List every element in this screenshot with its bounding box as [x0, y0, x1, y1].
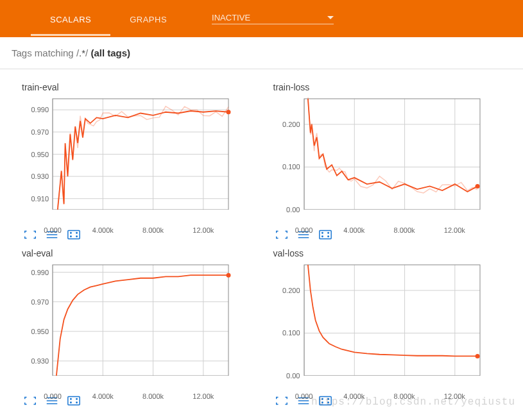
svg-point-45 — [227, 273, 231, 278]
svg-point-18 — [76, 236, 77, 237]
svg-point-50 — [71, 399, 71, 399]
panel-train_eval: train-eval0.9100.9300.9500.9700.9900.000… — [19, 78, 253, 240]
svg-point-51 — [76, 399, 77, 399]
ytick: 0.200 — [271, 287, 300, 294]
xtick: 12.00k — [193, 392, 214, 400]
ytick: 0.990 — [19, 269, 49, 276]
svg-rect-14 — [68, 231, 80, 239]
chart-train_eval[interactable]: 0.9100.9300.9500.9700.9900.0004.000k8.00… — [19, 97, 231, 223]
svg-point-67 — [322, 399, 322, 399]
filter-note: (all tags) — [90, 47, 130, 58]
filter-prefix: Tags matching / — [12, 47, 79, 58]
ytick: 0.970 — [19, 298, 49, 306]
ytick: 0.930 — [19, 172, 49, 180]
svg-point-34 — [322, 236, 322, 237]
tag-filter[interactable]: Tags matching /.*/ (all tags) — [0, 37, 523, 69]
app-header: SCALARS GRAPHS INACTIVE — [0, 0, 523, 37]
xtick: 0.000 — [295, 226, 313, 234]
ytick: 0.910 — [19, 195, 49, 203]
chevron-down-icon — [327, 16, 334, 20]
xtick: 0.000 — [44, 392, 62, 400]
panel-val_eval: val-eval0.9300.9500.9700.9900.0004.000k8… — [19, 244, 253, 407]
svg-rect-61 — [304, 265, 480, 376]
xtick: 8.000k — [142, 392, 164, 400]
fit-domain-icon[interactable] — [318, 229, 332, 240]
xtick: 8.000k — [394, 392, 415, 400]
tab-graphs[interactable]: GRAPHS — [110, 2, 186, 36]
chart-title[interactable]: val-eval — [22, 248, 253, 258]
xtick: 4.000k — [92, 392, 114, 400]
svg-point-70 — [327, 402, 328, 403]
xtick: 4.000k — [343, 226, 364, 234]
svg-rect-66 — [319, 397, 330, 405]
ytick: 0.990 — [19, 106, 49, 113]
svg-point-15 — [71, 233, 71, 233]
tab-bar: SCALARS GRAPHS — [31, 2, 186, 36]
xtick: 12.00k — [193, 226, 214, 234]
chart-title[interactable]: train-loss — [273, 82, 504, 92]
chart-val_eval[interactable]: 0.9300.9500.9700.9900.0004.000k8.000k12.… — [19, 264, 231, 389]
expand-icon[interactable] — [275, 395, 289, 407]
inactive-label: INACTIVE — [212, 13, 322, 22]
panel-train_loss: train-loss0.000.1000.2000.0004.000k8.000… — [271, 78, 504, 240]
svg-point-69 — [322, 402, 322, 403]
svg-point-68 — [327, 399, 328, 399]
svg-point-16 — [76, 233, 77, 233]
fit-domain-icon[interactable] — [318, 395, 332, 407]
svg-rect-44 — [53, 265, 228, 376]
expand-icon[interactable] — [23, 229, 37, 240]
xtick: 4.000k — [92, 226, 114, 234]
svg-point-10 — [227, 110, 231, 114]
svg-point-53 — [76, 402, 77, 403]
svg-point-33 — [327, 233, 328, 233]
chart-title[interactable]: val-loss — [273, 248, 504, 258]
tab-scalars[interactable]: SCALARS — [31, 2, 110, 36]
xtick: 8.000k — [394, 226, 415, 234]
xtick: 0.000 — [295, 392, 313, 400]
svg-point-17 — [71, 236, 71, 237]
inactive-dropdown[interactable]: INACTIVE — [212, 13, 334, 24]
svg-point-62 — [475, 354, 479, 358]
panel-val_loss: val-loss0.000.1000.2000.0004.000k8.000k1… — [271, 244, 504, 407]
xtick: 8.000k — [142, 226, 164, 234]
ytick: 0.100 — [271, 329, 300, 337]
svg-point-27 — [475, 184, 479, 189]
chart-val_loss[interactable]: 0.000.1000.2000.0004.000k8.000k12.00k — [271, 264, 483, 389]
chart-train_loss[interactable]: 0.000.1000.2000.0004.000k8.000k12.00k — [271, 97, 483, 223]
filter-regex: .* — [79, 47, 85, 58]
fit-domain-icon[interactable] — [67, 229, 81, 240]
ytick: 0.100 — [271, 163, 300, 171]
svg-point-32 — [322, 233, 322, 233]
svg-rect-31 — [319, 231, 330, 239]
ytick: 0.200 — [271, 121, 300, 128]
expand-icon[interactable] — [275, 229, 289, 240]
svg-rect-26 — [304, 99, 480, 210]
ytick: 0.970 — [19, 128, 49, 136]
xtick: 12.00k — [444, 226, 465, 234]
ytick: 0.930 — [19, 357, 49, 365]
xtick: 4.000k — [343, 392, 364, 400]
fit-domain-icon[interactable] — [67, 395, 81, 407]
ytick: 0.950 — [19, 328, 49, 335]
svg-point-35 — [327, 236, 328, 237]
panel-grid: train-eval0.9100.9300.9500.9700.9900.000… — [0, 69, 523, 413]
svg-point-52 — [71, 402, 71, 403]
xtick: 12.00k — [444, 392, 465, 400]
xtick: 0.000 — [44, 226, 62, 234]
chart-title[interactable]: train-eval — [22, 82, 253, 92]
expand-icon[interactable] — [23, 395, 37, 407]
ytick: 0.00 — [271, 206, 300, 214]
ytick: 0.00 — [271, 372, 300, 380]
ytick: 0.950 — [19, 151, 49, 158]
svg-rect-49 — [68, 397, 80, 405]
